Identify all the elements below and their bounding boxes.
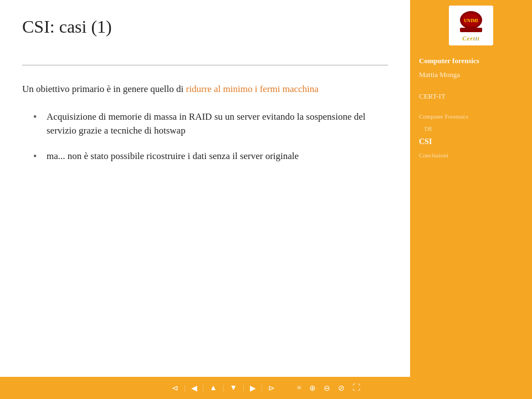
sidebar: UNIMI Certit Computer forensics Mattia M…	[410, 0, 532, 377]
svg-rect-3	[460, 28, 482, 32]
nav-first-button[interactable]: ⊲	[170, 382, 181, 394]
nav-menu-button[interactable]: ≡	[295, 382, 304, 393]
nav-de: DE	[419, 125, 523, 132]
slide-content: CSI: casi (1) Un obiettivo primario è in…	[0, 0, 410, 377]
nav-section-header: Computer forensics	[419, 57, 523, 66]
certit-logo-text: Certit	[462, 35, 480, 42]
nav-author: Mattia Monga	[419, 70, 523, 80]
title-divider	[22, 65, 388, 65]
nav-down-button[interactable]: ▼	[227, 382, 239, 393]
nav-csi-active: CSI	[419, 137, 523, 147]
sidebar-navigation: Computer forensics Mattia Monga CERT-IT …	[410, 51, 532, 165]
svg-text:UNIMI: UNIMI	[464, 18, 478, 23]
bullet-text-2: ma... non è stato possibile ricostruire …	[47, 151, 299, 161]
nav-next-button[interactable]: ▶	[248, 382, 258, 394]
nav-up-button[interactable]: ▲	[207, 382, 219, 393]
nav-zoom-in-button[interactable]: ⊕	[307, 382, 318, 394]
nav-last-button[interactable]: ⊳	[266, 382, 277, 394]
bottom-navigation-bar: ⊲ | ◀ | ▲ | ▼ | ▶ | ⊳ ≡ ⊕ ⊖ ⊘ ⛶	[0, 377, 532, 399]
nav-computer-forensics: Computer Forensics	[419, 112, 523, 120]
nav-prev-button[interactable]: ◀	[189, 382, 200, 394]
slide-body: Un obiettivo primario è in genere quello…	[22, 82, 388, 163]
intro-paragraph: Un obiettivo primario è in genere quello…	[22, 82, 388, 96]
intro-highlight: ridurre al minimo i fermi macchina	[186, 84, 319, 94]
list-item: ma... non è stato possibile ricostruire …	[33, 149, 388, 163]
intro-text-part1: Un obiettivo primario è in genere quello…	[22, 84, 186, 94]
nav-fullscreen-button[interactable]: ⛶	[350, 382, 362, 393]
nav-search-button[interactable]: ⊘	[336, 382, 347, 394]
nav-zoom-out-button[interactable]: ⊖	[321, 382, 332, 394]
bullet-text-1: Acquisizione di memorie di massa in RAID…	[47, 111, 366, 136]
nav-certit: CERT-IT	[419, 92, 523, 101]
bullet-list: Acquisizione di memorie di massa in RAID…	[22, 110, 388, 163]
nav-conclusioni: Conclusioni	[419, 151, 523, 159]
logo-area: UNIMI Certit	[449, 6, 493, 45]
slide-title: CSI: casi (1)	[22, 17, 388, 43]
logo-crest-svg: UNIMI	[456, 10, 487, 35]
list-item: Acquisizione di memorie di massa in RAID…	[33, 110, 388, 138]
